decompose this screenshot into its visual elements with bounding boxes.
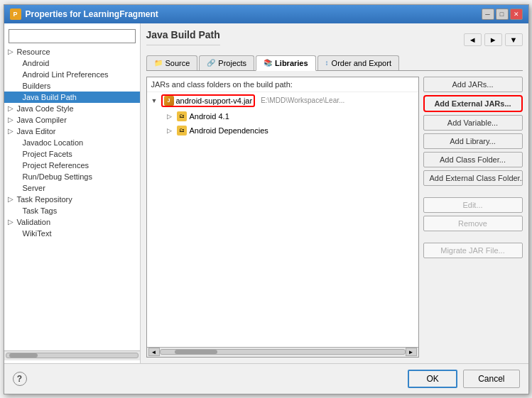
libraries-tab-icon: 📚 <box>264 59 272 67</box>
left-panel-scrollbar[interactable] <box>4 350 140 360</box>
sidebar-item-java-editor[interactable]: ▷ Java Editor <box>4 126 140 137</box>
title-bar: P Properties for LearningFragment ─ □ ✕ <box>4 5 528 23</box>
add-external-class-folder-button[interactable]: Add External Class Folder... <box>423 170 523 186</box>
migrate-jar-button[interactable]: Migrate JAR File... <box>423 243 523 258</box>
expand-arrow: ▷ <box>7 104 14 112</box>
add-external-jars-button[interactable]: Add External JARs... <box>423 95 523 112</box>
projects-tab-icon: 🔗 <box>207 59 215 67</box>
sidebar-item-label: Java Editor <box>17 127 56 136</box>
bottom-right: OK Cancel <box>408 370 519 388</box>
scrollbar-thumb <box>175 350 217 354</box>
sidebar-item-label: Android <box>23 59 50 67</box>
sidebar-item-label: Java Build Path <box>23 93 77 101</box>
ok-button[interactable]: OK <box>408 370 457 388</box>
scroll-right-button[interactable]: ► <box>406 348 417 356</box>
remove-button[interactable]: Remove <box>423 216 523 231</box>
tab-label: Source <box>165 59 190 67</box>
expand-arrow: ▷ <box>7 116 14 123</box>
folder-icon: 🗂 <box>177 126 187 136</box>
window-icon: P <box>10 9 21 20</box>
content-area: JARs and class folders on the build path… <box>146 77 523 358</box>
jar-name: Android Dependencies <box>190 126 268 135</box>
jar-item-android-deps[interactable]: ▷ 🗂 Android Dependencies <box>147 123 418 138</box>
maximize-button[interactable]: □ <box>496 9 509 20</box>
jar-item-android41[interactable]: ▷ 🗂 Android 4.1 <box>147 109 418 123</box>
nav-dropdown-button[interactable]: ▼ <box>505 33 523 46</box>
add-variable-button[interactable]: Add Variable... <box>423 115 523 131</box>
tab-projects[interactable]: 🔗 Projects <box>199 55 254 70</box>
right-panel: Java Build Path ◄ ► ▼ 📁 Source 🔗 Project… <box>141 23 528 363</box>
sidebar-item-javadoc[interactable]: Javadoc Location <box>4 137 140 148</box>
panel-title: Java Build Path <box>146 29 220 45</box>
sidebar-item-java-code-style[interactable]: ▷ Java Code Style <box>4 103 140 114</box>
sidebar-item-label: Javadoc Location <box>23 138 84 147</box>
sidebar-item-validation[interactable]: ▷ Validation <box>4 216 140 228</box>
sidebar-item-label: Java Compiler <box>17 116 67 124</box>
sidebar-item-wikitext[interactable]: WikiText <box>4 228 140 239</box>
expand-arrow: ▷ <box>7 127 14 135</box>
window-title: Properties for LearningFragment <box>26 9 158 19</box>
tab-libraries[interactable]: 📚 Libraries <box>256 55 315 71</box>
cancel-button[interactable]: Cancel <box>463 370 519 388</box>
sidebar-item-label: Validation <box>17 218 51 226</box>
add-jars-button[interactable]: Add JARs... <box>423 77 523 92</box>
scroll-left-button[interactable]: ◄ <box>148 348 160 356</box>
sidebar-item-android-lint[interactable]: Android Lint Preferences <box>4 69 140 80</box>
sidebar-item-java-compiler[interactable]: ▷ Java Compiler <box>4 114 140 126</box>
button-spacer-2 <box>423 234 523 240</box>
tab-label: Projects <box>218 59 246 67</box>
sidebar-item-label: Server <box>23 184 45 192</box>
sidebar-item-label: Resource <box>17 48 50 56</box>
close-button[interactable]: ✕ <box>510 9 523 20</box>
jar-tree-area: JARs and class folders on the build path… <box>146 77 419 358</box>
tab-order-export[interactable]: ↕ Order and Export <box>317 55 399 70</box>
sidebar-item-builders[interactable]: Builders <box>4 80 140 92</box>
minimize-button[interactable]: ─ <box>482 9 494 20</box>
sidebar-item-server[interactable]: Server <box>4 182 140 194</box>
sidebar-item-run-debug[interactable]: Run/Debug Settings <box>4 171 140 182</box>
button-panel: Add JARs... Add External JARs... Add Var… <box>423 77 523 358</box>
sidebar-item-task-tags[interactable]: Task Tags <box>4 205 140 216</box>
nav-arrows: ◄ ► ▼ <box>464 33 523 46</box>
sidebar-item-label: Task Repository <box>17 195 72 204</box>
order-tab-icon: ↕ <box>325 59 329 67</box>
sidebar-item-label: Run/Debug Settings <box>23 172 92 181</box>
expand-arrow: ▼ <box>151 97 158 104</box>
title-bar-left: P Properties for LearningFragment <box>10 9 158 20</box>
sidebar-item-android[interactable]: Android <box>4 57 140 69</box>
expand-arrow: ▷ <box>167 127 174 134</box>
sidebar-item-project-facets[interactable]: Project Facets <box>4 148 140 160</box>
sidebar-item-label: WikiText <box>23 229 52 238</box>
search-input[interactable] <box>9 29 136 43</box>
jar-highlighted-wrapper: J android-support-v4.jar <box>161 94 256 107</box>
expand-arrow: ▷ <box>7 218 14 226</box>
add-class-folder-button[interactable]: Add Class Folder... <box>423 152 523 167</box>
jar-list-scrollbar[interactable]: ◄ ► <box>147 347 418 357</box>
sidebar-item-resource[interactable]: ▷ Resource <box>4 46 140 57</box>
nav-forward-button[interactable]: ► <box>484 33 502 46</box>
help-button[interactable]: ? <box>13 372 27 386</box>
jar-item-android-support[interactable]: ▼ J android-support-v4.jar E:\MDD\Worksp… <box>147 92 418 109</box>
sidebar-item-java-build-path[interactable]: Java Build Path <box>4 92 140 103</box>
sidebar-item-project-refs[interactable]: Project References <box>4 160 140 171</box>
panel-header: Java Build Path ◄ ► ▼ <box>146 29 523 51</box>
jar-path: E:\MDD\Workspace\Lear... <box>261 96 344 104</box>
jar-icon: J <box>164 96 174 106</box>
scrollbar-track[interactable] <box>160 349 406 355</box>
add-library-button[interactable]: Add Library... <box>423 133 523 149</box>
left-panel: ▷ Resource Android Android Lint Preferen… <box>4 23 141 363</box>
edit-button[interactable]: Edit... <box>423 197 523 213</box>
sidebar-item-task-repo[interactable]: ▷ Task Repository <box>4 194 140 205</box>
expand-arrow: ▷ <box>167 113 174 120</box>
bottom-bar: ? OK Cancel <box>4 363 528 394</box>
tabs-bar: 📁 Source 🔗 Projects 📚 Libraries ↕ Order … <box>146 55 523 71</box>
tab-label: Libraries <box>275 59 308 67</box>
sidebar-item-label: Task Tags <box>23 206 58 215</box>
dialog-window: P Properties for LearningFragment ─ □ ✕ … <box>4 4 529 394</box>
tab-source[interactable]: 📁 Source <box>146 55 198 70</box>
jar-name: Android 4.1 <box>190 112 229 121</box>
source-tab-icon: 📁 <box>154 59 163 67</box>
dialog-content: ▷ Resource Android Android Lint Preferen… <box>4 23 528 363</box>
expand-arrow: ▷ <box>7 48 14 55</box>
nav-back-button[interactable]: ◄ <box>464 33 482 46</box>
